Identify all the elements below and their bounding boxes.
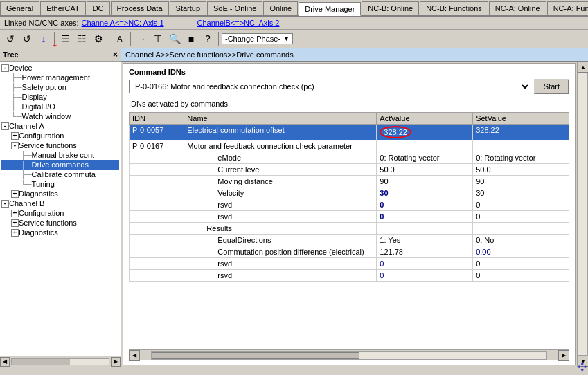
tree-item-watch-window[interactable]: └─ Watch window: [1, 111, 119, 121]
tab-ethercat[interactable]: EtherCAT: [40, 1, 85, 15]
tree-item-manual-brake[interactable]: ├─ Manual brake cont: [1, 150, 119, 160]
sep-1: [54, 32, 55, 46]
horizontal-scrollbar[interactable]: ◀ ▶: [129, 349, 569, 360]
help-btn[interactable]: ?: [200, 31, 215, 46]
expander-service-b[interactable]: +: [11, 219, 19, 227]
channel-a-tree-label: Channel A: [9, 122, 44, 130]
tree-item-diagnostics-a[interactable]: + Diagnostics: [1, 189, 119, 199]
tree-item-service-functions-a[interactable]: - Service functions: [1, 140, 119, 150]
idn-cell: [130, 164, 184, 176]
tree-close-button[interactable]: ×: [113, 50, 118, 60]
tree-item-tuning[interactable]: └─ Tuning: [1, 179, 119, 189]
sep-4: [218, 32, 219, 46]
expander-channel-b[interactable]: -: [1, 200, 9, 208]
scroll-up-arrow[interactable]: ▲: [578, 62, 588, 73]
channel-b-link[interactable]: ChannelB<=>NC: Axis 2: [197, 19, 280, 27]
tab-online[interactable]: Online: [263, 1, 298, 15]
tab-dc[interactable]: DC: [87, 1, 110, 15]
name-cell: Results: [184, 223, 377, 235]
tree-hscroll[interactable]: ◀ ▶: [0, 356, 121, 367]
list-view-btn[interactable]: ☰: [57, 31, 73, 46]
expander-channel-a[interactable]: -: [1, 122, 9, 130]
name-cell: eMode: [184, 152, 377, 164]
idn-cell: [130, 199, 184, 211]
tab-nc-a-online[interactable]: NC-A: Online: [489, 1, 546, 15]
expander-diag-b[interactable]: +: [11, 229, 19, 237]
channel-a-link[interactable]: ChannelA<=>NC: Axis 1: [82, 19, 164, 27]
table-row[interactable]: Current level 50.0 50.0: [130, 164, 569, 176]
tab-soe-online[interactable]: SoE - Online: [207, 1, 262, 15]
tree-item-drive-commands[interactable]: ├─ Drive commands: [1, 160, 119, 170]
expander-diag-a[interactable]: +: [11, 190, 19, 198]
table-row[interactable]: Results: [130, 223, 569, 235]
idn-cell: [130, 223, 184, 235]
table-row[interactable]: Moving distance 90 90: [130, 176, 569, 188]
tree-item-calibrate[interactable]: ├─ Calibrate commuta: [1, 170, 119, 179]
act-value-cell: 121.78: [377, 246, 473, 258]
expander-config-b[interactable]: +: [11, 210, 19, 217]
sep-3: [130, 32, 131, 46]
change-phase-dropdown[interactable]: -Change Phase- ▼: [222, 33, 293, 44]
tree-connector: ├─: [11, 83, 22, 91]
tree-item-channel-a[interactable]: - Channel A: [1, 121, 119, 131]
command-dropdown[interactable]: P-0-0166: Motor and feedback connection …: [129, 80, 531, 93]
hscroll-thumb[interactable]: [152, 352, 359, 359]
tab-nc-a-functions[interactable]: NC-A: Functions: [547, 1, 588, 15]
table-row[interactable]: eMode 0: Rotating vector 0: Rotating vec…: [130, 152, 569, 164]
download-btn[interactable]: ↓: [36, 31, 51, 46]
tree-item-power-mgmt[interactable]: ├─ Power management: [1, 73, 119, 82]
idn-cell: [130, 246, 184, 258]
table-scroll[interactable]: IDN Name ActValue SetValue P-0-0057: [129, 112, 569, 349]
expander-config-a[interactable]: +: [11, 132, 19, 140]
scroll-right-arrow[interactable]: ▶: [558, 350, 569, 361]
expander-service-a[interactable]: -: [11, 142, 19, 149]
tree-item-service-functions-b[interactable]: + Service functions: [1, 218, 119, 228]
tab-drive-manager[interactable]: Drive Manager: [299, 2, 361, 16]
tab-nc-b-functions[interactable]: NC-B: Functions: [420, 1, 488, 15]
table-row[interactable]: rsvd 0 0: [130, 199, 569, 211]
tab-process-data[interactable]: Process Data: [111, 1, 169, 15]
tab-startup[interactable]: Startup: [170, 1, 206, 15]
set-value-cell: 0: [473, 258, 569, 270]
breadcrumb: Channel A>>Service functions>>Drive comm…: [121, 48, 588, 62]
arrow-btn[interactable]: →: [134, 31, 149, 46]
tree-item-display[interactable]: ├─ Display: [1, 92, 119, 102]
settings-btn[interactable]: ⚙: [91, 31, 106, 46]
vertical-scrollbar[interactable]: ▲ ▼: [577, 62, 588, 367]
idn-cell: P-0-0167: [130, 140, 184, 152]
col-header-name: Name: [184, 113, 377, 125]
table-row[interactable]: rsvd 0 0: [130, 270, 569, 282]
start-button[interactable]: Start: [534, 79, 569, 94]
tab-nc-b-online[interactable]: NC-B: Online: [362, 1, 419, 15]
tab-general[interactable]: General: [0, 1, 39, 15]
table-btn[interactable]: ⊤: [150, 31, 166, 46]
scope-btn[interactable]: 🔍: [167, 31, 182, 46]
table-row[interactable]: Velocity 30 30: [130, 188, 569, 199]
toolbar: ↺ ↺ ↓ ☰ ☷ ⚙ A → ⊤ 🔍 ■ ? -Change Phase- ▼: [0, 30, 588, 48]
filter-btn[interactable]: ■: [184, 31, 199, 46]
tree-item-diagnostics-b[interactable]: + Diagnostics: [1, 228, 119, 237]
tree-panel: Tree × - Device ├─ Power management ├─ S…: [0, 48, 121, 367]
table-row[interactable]: P-0-0167 Motor and feedback connection c…: [130, 140, 569, 152]
tree-item-config-b[interactable]: + Configuration: [1, 208, 119, 218]
table-row[interactable]: rsvd 0 0: [130, 211, 569, 223]
tree-item-channel-b[interactable]: - Channel B: [1, 199, 119, 208]
refresh-btn-2[interactable]: ↺: [19, 31, 35, 46]
table-row[interactable]: rsvd 0 0: [130, 258, 569, 270]
expander-device[interactable]: -: [1, 64, 9, 72]
tree-item-config-a[interactable]: + Configuration: [1, 131, 119, 140]
table-row[interactable]: P-0-0057 Electrical commutation offset 3…: [130, 125, 569, 140]
corner-decoration: ✣: [578, 360, 587, 374]
table-row[interactable]: Commutation position difference (electri…: [130, 246, 569, 258]
font-btn[interactable]: A: [112, 31, 127, 46]
tree-scroll-left[interactable]: ◀: [0, 357, 10, 367]
scroll-left-arrow[interactable]: ◀: [129, 350, 140, 361]
detail-view-btn[interactable]: ☷: [74, 31, 89, 46]
table-row[interactable]: EqualDirections 1: Yes 0: No: [130, 235, 569, 246]
tree-item-safety[interactable]: ├─ Safety option: [1, 82, 119, 92]
refresh-btn-1[interactable]: ↺: [3, 31, 18, 46]
tree-item-digital-io[interactable]: ├─ Digital I/O: [1, 102, 119, 111]
tree-scroll-right[interactable]: ▶: [111, 357, 121, 367]
tree-item-device[interactable]: - Device: [1, 63, 119, 73]
manual-brake-label: Manual brake cont: [32, 151, 95, 159]
